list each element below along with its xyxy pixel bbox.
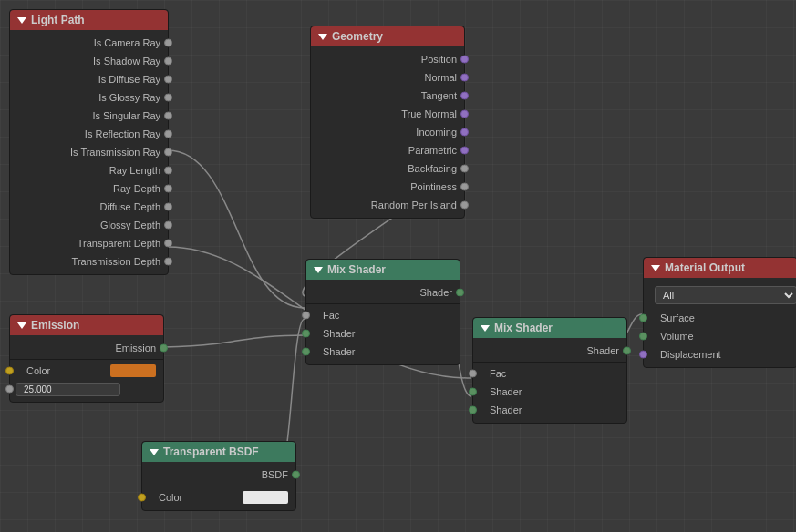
input-row: Shader <box>473 401 626 419</box>
color-row: Color <box>10 362 163 380</box>
socket-strength-in <box>5 385 14 394</box>
emission-header: Emission <box>10 315 163 335</box>
color-swatch[interactable] <box>110 364 156 377</box>
socket-fac-in <box>469 370 477 378</box>
socket-color-in <box>138 494 146 502</box>
input-row: Displacement <box>644 345 796 363</box>
output-row: Is Diffuse Ray <box>10 70 168 88</box>
input-row: Volume <box>644 327 796 345</box>
light-path-node: Light Path Is Camera Ray Is Shadow Ray I… <box>9 9 169 275</box>
output-row: Normal <box>311 68 464 87</box>
mix-shader-top-title: Mix Shader <box>327 263 386 276</box>
socket-position <box>460 56 469 64</box>
output-row: Position <box>311 50 464 68</box>
output-row: Shader <box>473 342 626 360</box>
output-row: Random Per Island <box>311 196 464 214</box>
light-path-title: Light Path <box>31 14 85 26</box>
material-output-node: Material Output All Surface Volume Surfa… <box>643 257 796 368</box>
output-row: BSDF <box>142 466 295 484</box>
socket-is-transmission-ray <box>164 148 172 157</box>
mix-shader-bottom-node: Mix Shader Shader Fac Shader Shader <box>472 317 627 424</box>
material-output-dropdown[interactable]: All Surface Volume <box>655 286 796 304</box>
socket-surface-in <box>639 314 647 322</box>
output-row: Backfacing <box>311 159 464 178</box>
mix-shader-bottom-body: Shader Fac Shader Shader <box>473 338 626 423</box>
socket-transmission-depth <box>164 258 172 266</box>
color-row: Color <box>142 488 295 506</box>
socket-is-diffuse-ray <box>164 76 172 84</box>
socket-shader2-in <box>302 348 310 356</box>
collapse-icon[interactable] <box>17 322 26 329</box>
strength-row: 25.000 <box>10 380 163 398</box>
collapse-icon[interactable] <box>318 34 327 40</box>
socket-fac-in <box>302 312 310 320</box>
socket-tangent <box>460 92 469 100</box>
geometry-title: Geometry <box>332 30 383 43</box>
socket-emission-out <box>160 344 168 353</box>
output-row: Tangent <box>311 87 464 105</box>
output-row: Pointiness <box>311 178 464 196</box>
socket-ray-depth <box>164 185 172 193</box>
socket-backfacing <box>460 165 469 173</box>
material-output-body: All Surface Volume Surface Volume Displa… <box>644 278 796 367</box>
socket-shader-out <box>456 289 464 297</box>
input-row: Fac <box>473 364 626 383</box>
socket-is-shadow-ray <box>164 57 172 66</box>
transparent-bsdf-node: Transparent BSDF BSDF Color <box>141 441 296 511</box>
socket-random-per-island <box>460 201 469 210</box>
mix-shader-bottom-header: Mix Shader <box>473 318 626 338</box>
socket-shader2-in <box>469 406 477 414</box>
collapse-icon[interactable] <box>314 267 323 273</box>
socket-volume-in <box>639 332 647 341</box>
output-row: Diffuse Depth <box>10 198 168 216</box>
output-row: Is Transmission Ray <box>10 143 168 161</box>
collapse-icon[interactable] <box>17 17 26 24</box>
output-row: Is Shadow Ray <box>10 52 168 70</box>
color-swatch-white[interactable] <box>243 491 288 504</box>
socket-true-normal <box>460 110 469 118</box>
socket-glossy-depth <box>164 221 172 230</box>
output-row: Shader <box>306 283 460 302</box>
output-row: Emission <box>10 339 163 357</box>
collapse-icon[interactable] <box>481 325 490 332</box>
socket-is-singular-ray <box>164 112 172 120</box>
transparent-bsdf-body: BSDF Color <box>142 462 295 510</box>
input-row: Shader <box>306 343 460 361</box>
output-row: Parametric <box>311 141 464 159</box>
collapse-icon[interactable] <box>150 449 159 455</box>
socket-shader1-in <box>302 330 310 338</box>
collapse-icon[interactable] <box>651 265 660 271</box>
socket-is-reflection-ray <box>164 130 172 138</box>
output-row: Is Reflection Ray <box>10 125 168 143</box>
transparent-bsdf-header: Transparent BSDF <box>142 442 295 462</box>
emission-body: Emission Color 25.000 <box>10 335 163 402</box>
output-row: Is Glossy Ray <box>10 88 168 107</box>
mix-shader-top-body: Shader Fac Shader Shader <box>306 280 460 364</box>
output-row: Is Camera Ray <box>10 34 168 52</box>
output-row: Is Singular Ray <box>10 107 168 125</box>
socket-diffuse-depth <box>164 203 172 211</box>
mix-shader-top-header: Mix Shader <box>306 260 460 280</box>
input-row: Shader <box>473 383 626 401</box>
material-output-title: Material Output <box>665 261 745 274</box>
strength-field[interactable]: 25.000 <box>16 383 120 396</box>
socket-shader-out <box>623 347 631 355</box>
geometry-body: Position Normal Tangent True Normal Inco… <box>311 46 464 218</box>
output-row: Ray Length <box>10 161 168 179</box>
geometry-header: Geometry <box>311 26 464 46</box>
socket-is-camera-ray <box>164 39 172 47</box>
input-row: Fac <box>306 306 460 324</box>
emission-title: Emission <box>31 319 79 332</box>
mix-shader-top-node: Mix Shader Shader Fac Shader Shader <box>305 259 460 365</box>
geometry-node: Geometry Position Normal Tangent True No… <box>310 26 465 219</box>
input-row: Shader <box>306 324 460 343</box>
socket-transparent-depth <box>164 240 172 248</box>
transparent-bsdf-title: Transparent BSDF <box>163 445 259 458</box>
light-path-body: Is Camera Ray Is Shadow Ray Is Diffuse R… <box>10 30 168 274</box>
socket-color-in <box>5 367 14 375</box>
output-row: Transparent Depth <box>10 234 168 252</box>
socket-shader1-in <box>469 388 477 396</box>
socket-displacement-in <box>639 351 647 359</box>
output-row: True Normal <box>311 105 464 123</box>
emission-node: Emission Emission Color 25.000 <box>9 314 164 403</box>
